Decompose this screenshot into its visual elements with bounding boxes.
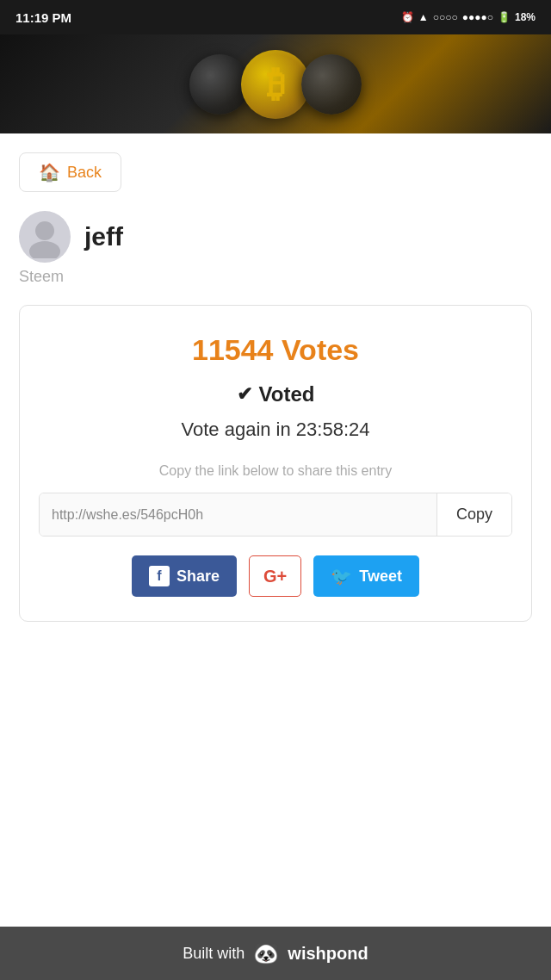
alarm-icon: ⏰ (401, 11, 414, 23)
voted-label: Voted (259, 382, 315, 406)
battery-icon: 🔋 (498, 11, 511, 23)
vote-card: 11544 Votes ✔ Voted Vote again in 23:58:… (19, 305, 532, 622)
copy-link-row: Copy (39, 493, 512, 537)
svg-point-1 (29, 241, 60, 258)
facebook-icon: f (149, 566, 170, 586)
main-content: 🏠 Back jeff Steem 11544 Votes ✔ Voted Vo… (0, 133, 551, 729)
coin-right (301, 54, 362, 115)
built-with-label: Built with (183, 945, 245, 963)
hero-banner (0, 34, 551, 133)
facebook-share-button[interactable]: f Share (132, 555, 237, 597)
hero-coins (0, 34, 551, 133)
vote-count: 11544 Votes (39, 333, 512, 367)
status-bar: 11:19 PM ⏰ ▲ ○○○○ ●●●●○ 🔋 18% (0, 0, 551, 34)
twitter-share-button[interactable]: 🐦 Tweet (313, 555, 419, 597)
social-buttons: f Share G+ 🐦 Tweet (39, 555, 512, 597)
wifi-icon: ▲ (418, 11, 429, 23)
status-icons: ⏰ ▲ ○○○○ ●●●●○ 🔋 18% (401, 11, 536, 23)
back-button-label: Back (67, 164, 102, 182)
user-profile: jeff (19, 211, 532, 263)
signal-icon: ○○○○ (433, 11, 458, 23)
battery-percent: 18% (515, 11, 536, 23)
vote-again-timer: Vote again in 23:58:24 (39, 419, 512, 441)
avatar-svg (23, 215, 66, 258)
platform-label: Steem (19, 268, 532, 286)
copy-instruction: Copy the link below to share this entry (39, 463, 512, 479)
svg-point-0 (35, 221, 54, 240)
copy-button[interactable]: Copy (436, 493, 511, 536)
twitter-label: Tweet (359, 568, 402, 586)
footer-text: Built with 🐼 wishpond (183, 941, 368, 965)
checkmark-icon: ✔ (237, 383, 252, 406)
footer: Built with 🐼 wishpond (0, 927, 551, 980)
link-input[interactable] (40, 493, 436, 536)
coin-center (241, 50, 310, 119)
voted-status: ✔ Voted (39, 382, 512, 406)
twitter-icon: 🐦 (331, 566, 352, 586)
status-time: 11:19 PM (15, 10, 71, 25)
facebook-label: Share (176, 568, 220, 586)
home-icon: 🏠 (39, 162, 60, 183)
avatar (19, 211, 71, 263)
gplus-share-button[interactable]: G+ (249, 555, 301, 597)
username: jeff (84, 222, 123, 251)
back-button[interactable]: 🏠 Back (19, 152, 121, 192)
gplus-icon: G+ (263, 567, 287, 586)
signal-filled-icon: ●●●●○ (462, 11, 493, 23)
brand-name: wishpond (288, 944, 368, 964)
panda-icon: 🐼 (253, 941, 279, 965)
